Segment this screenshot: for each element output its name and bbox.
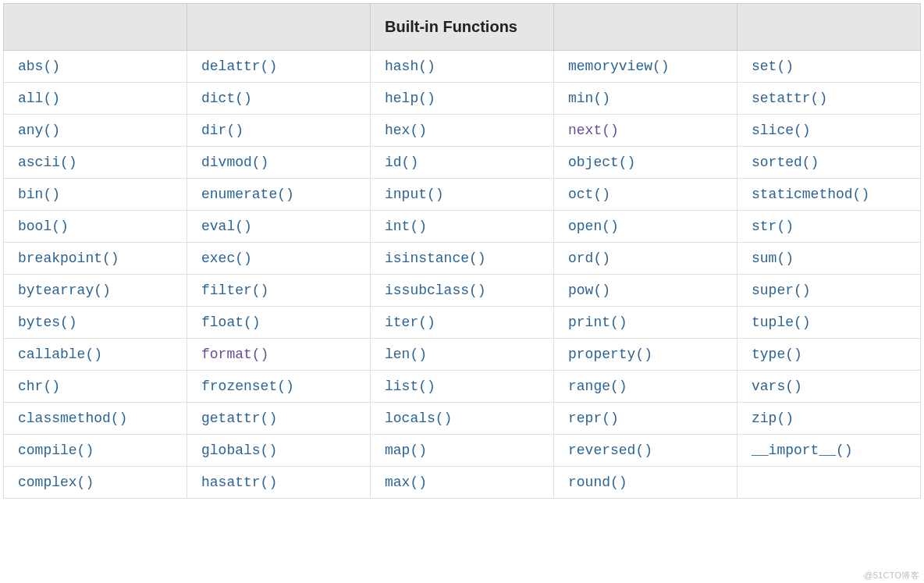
function-link[interactable]: bin() (18, 187, 60, 202)
table-cell: reversed() (554, 435, 737, 467)
function-link[interactable]: repr() (568, 411, 619, 426)
function-link[interactable]: ascii() (18, 155, 77, 170)
table-cell: all() (4, 83, 187, 115)
table-cell: next() (554, 115, 737, 147)
function-link[interactable]: object() (568, 155, 635, 170)
function-link[interactable]: hash() (385, 59, 435, 74)
function-link[interactable]: sorted() (752, 155, 819, 170)
table-cell: list() (371, 371, 554, 403)
function-link[interactable]: max() (385, 475, 427, 490)
function-link[interactable]: set() (752, 59, 794, 74)
table-cell: eval() (187, 211, 371, 243)
function-link[interactable]: str() (752, 219, 794, 234)
function-link[interactable]: type() (752, 347, 802, 362)
table-cell: max() (371, 467, 554, 499)
function-link[interactable]: bool() (18, 219, 69, 234)
function-link[interactable]: map() (385, 443, 427, 458)
function-link[interactable]: float() (201, 315, 261, 330)
table-cell: iter() (371, 307, 554, 339)
function-link[interactable]: isinstance() (385, 251, 486, 266)
function-link[interactable]: reversed() (568, 443, 652, 458)
table-row: breakpoint()exec()isinstance()ord()sum() (4, 243, 921, 275)
function-link[interactable]: int() (385, 219, 427, 234)
function-link[interactable]: help() (385, 91, 435, 106)
table-cell: setattr() (737, 83, 921, 115)
function-link[interactable]: open() (568, 219, 619, 234)
function-link[interactable]: slice() (752, 123, 811, 138)
function-link[interactable]: next() (568, 123, 619, 138)
function-link[interactable]: any() (18, 123, 60, 138)
function-link[interactable]: callable() (18, 347, 102, 362)
table-cell: staticmethod() (737, 179, 921, 211)
function-link[interactable]: divmod() (201, 155, 268, 170)
function-link[interactable]: range() (568, 379, 627, 394)
function-link[interactable]: iter() (385, 315, 435, 330)
function-link[interactable]: tuple() (752, 315, 811, 330)
table-cell: __import__() (737, 435, 921, 467)
table-cell: bool() (4, 211, 187, 243)
table-cell: bin() (4, 179, 187, 211)
table-row: chr()frozenset()list()range()vars() (4, 371, 921, 403)
function-link[interactable]: sum() (752, 251, 794, 266)
function-link[interactable]: print() (568, 315, 627, 330)
table-cell: bytes() (4, 307, 187, 339)
function-link[interactable]: exec() (201, 251, 252, 266)
function-link[interactable]: compile() (18, 443, 94, 458)
header-col5 (737, 4, 921, 51)
function-link[interactable]: all() (18, 91, 60, 106)
function-link[interactable]: getattr() (201, 411, 277, 426)
table-cell: hex() (371, 115, 554, 147)
function-link[interactable]: input() (385, 187, 444, 202)
function-link[interactable]: vars() (752, 379, 802, 394)
function-link[interactable]: ord() (568, 251, 610, 266)
table-cell: round() (554, 467, 737, 499)
function-link[interactable]: dict() (201, 91, 252, 106)
function-link[interactable]: super() (752, 283, 811, 298)
function-link[interactable]: breakpoint() (18, 251, 119, 266)
table-cell: dict() (187, 83, 371, 115)
function-link[interactable]: locals() (385, 411, 452, 426)
table-cell: classmethod() (4, 403, 187, 435)
table-cell: divmod() (187, 147, 371, 179)
table-cell: chr() (4, 371, 187, 403)
function-link[interactable]: hex() (385, 123, 427, 138)
function-link[interactable]: filter() (201, 283, 268, 298)
table-cell: sorted() (737, 147, 921, 179)
function-link[interactable]: pow() (568, 283, 610, 298)
function-link[interactable]: len() (385, 347, 427, 362)
table-cell: abs() (4, 51, 187, 83)
function-link[interactable]: min() (568, 91, 610, 106)
function-link[interactable]: abs() (18, 59, 60, 74)
function-link[interactable]: chr() (18, 379, 60, 394)
function-link[interactable]: classmethod() (18, 411, 127, 426)
function-link[interactable]: id() (385, 155, 418, 170)
table-cell: input() (371, 179, 554, 211)
function-link[interactable]: __import__() (752, 443, 853, 458)
function-link[interactable]: property() (568, 347, 652, 362)
function-link[interactable]: bytes() (18, 315, 77, 330)
function-link[interactable]: globals() (201, 443, 277, 458)
function-link[interactable]: dir() (201, 123, 243, 138)
function-link[interactable]: zip() (752, 411, 794, 426)
function-link[interactable]: list() (385, 379, 435, 394)
table-cell: object() (554, 147, 737, 179)
function-link[interactable]: hasattr() (201, 475, 277, 490)
function-link[interactable]: staticmethod() (752, 187, 869, 202)
function-link[interactable]: delattr() (201, 59, 277, 74)
function-link[interactable]: frozenset() (201, 379, 294, 394)
table-row: ascii()divmod()id()object()sorted() (4, 147, 921, 179)
function-link[interactable]: complex() (18, 475, 94, 490)
function-link[interactable]: memoryview() (568, 59, 670, 74)
function-link[interactable]: format() (201, 347, 268, 362)
table-row: compile()globals()map()reversed()__impor… (4, 435, 921, 467)
table-cell: super() (737, 275, 921, 307)
table-row: callable()format()len()property()type() (4, 339, 921, 371)
table-row: bin()enumerate()input()oct()staticmethod… (4, 179, 921, 211)
function-link[interactable]: issubclass() (385, 283, 486, 298)
function-link[interactable]: oct() (568, 187, 610, 202)
function-link[interactable]: bytearray() (18, 283, 111, 298)
function-link[interactable]: setattr() (752, 91, 827, 106)
function-link[interactable]: eval() (201, 219, 252, 234)
function-link[interactable]: round() (568, 475, 627, 490)
function-link[interactable]: enumerate() (201, 187, 294, 202)
